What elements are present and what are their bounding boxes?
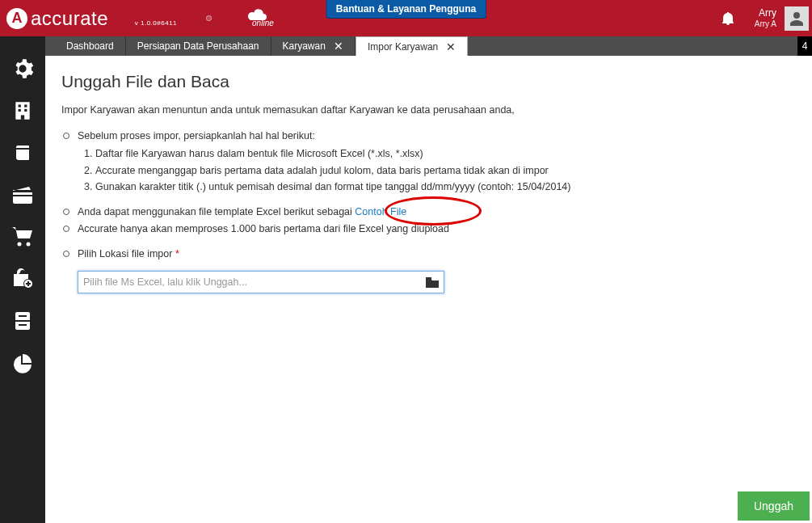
brand-edition: online bbox=[252, 19, 274, 27]
list-item: Anda dapat menggunakan file template Exc… bbox=[61, 205, 796, 220]
tab-impor-karyawan[interactable]: Impor Karyawan✕ bbox=[356, 36, 468, 56]
tab-bar: Dashboard Persiapan Data Perusahaan Kary… bbox=[45, 36, 812, 56]
svg-rect-3 bbox=[19, 109, 21, 112]
bell-icon bbox=[722, 12, 734, 25]
help-button[interactable]: Bantuan & Layanan Pengguna bbox=[326, 0, 486, 19]
list-item: Pilih Lokasi file impor * bbox=[61, 247, 796, 262]
file-input-placeholder: Pilih file Ms Excel, lalu klik Unggah... bbox=[83, 276, 247, 288]
cart-icon bbox=[11, 226, 34, 247]
svg-rect-1 bbox=[19, 104, 21, 107]
notifications-button[interactable] bbox=[708, 0, 748, 36]
file-input[interactable]: Pilih file Ms Excel, lalu klik Unggah... bbox=[78, 271, 444, 293]
svg-rect-15 bbox=[19, 324, 27, 326]
file-field-label: Pilih Lokasi file impor bbox=[78, 248, 175, 259]
page-title: Unggah File dan Baca bbox=[61, 72, 796, 91]
sidebar-item-shopping[interactable] bbox=[0, 258, 45, 300]
person-icon bbox=[789, 11, 805, 27]
tab-label: Impor Karyawan bbox=[368, 37, 438, 57]
tab-karyawan[interactable]: Karyawan✕ bbox=[271, 36, 356, 56]
template-pre-text: Anda dapat menggunakan file template Exc… bbox=[78, 206, 355, 217]
archive-icon bbox=[13, 310, 32, 331]
tab-label: Dashboard bbox=[66, 36, 114, 56]
svg-rect-4 bbox=[24, 109, 27, 112]
list-item: Accurate menganggap baris pertama data a… bbox=[95, 163, 796, 179]
svg-rect-7 bbox=[13, 195, 32, 196]
sidebar-item-archive[interactable] bbox=[0, 300, 45, 342]
tab-label: Karyawan bbox=[283, 36, 326, 56]
status-dot-icon bbox=[206, 15, 212, 21]
user-sub: Arry A bbox=[755, 19, 776, 29]
svg-rect-13 bbox=[19, 315, 27, 317]
required-mark: * bbox=[175, 248, 179, 259]
gear-icon bbox=[11, 57, 34, 80]
top-right: Arry Arry A bbox=[708, 0, 812, 36]
list-item: Gunakan karakter titik (.) untuk pemisah… bbox=[95, 179, 796, 195]
page-body: Unggah File dan Baca Impor Karyawan akan… bbox=[45, 56, 812, 523]
tab-label: Persiapan Data Perusahaan bbox=[137, 36, 259, 56]
contoh-file-link[interactable]: Contoh File bbox=[355, 206, 406, 217]
sidebar-item-cart[interactable] bbox=[0, 216, 45, 258]
avatar[interactable] bbox=[785, 6, 809, 31]
tab-counter[interactable]: 4 bbox=[797, 36, 812, 56]
list-item: Accurate hanya akan memproses 1.000 bari… bbox=[61, 221, 796, 237]
svg-rect-2 bbox=[24, 104, 27, 107]
bag-plus-icon bbox=[12, 268, 33, 289]
brand-version: v 1.0.0#6411 bbox=[135, 19, 177, 27]
svg-rect-6 bbox=[16, 148, 29, 150]
building-icon bbox=[12, 100, 33, 121]
pie-chart-icon bbox=[12, 352, 33, 373]
user-block[interactable]: Arry Arry A bbox=[748, 8, 783, 28]
brand-name: accurate bbox=[31, 7, 108, 30]
logo-area: A accurate online v 1.0.0#6411 bbox=[0, 0, 182, 36]
book-icon bbox=[13, 143, 32, 162]
sidebar bbox=[0, 36, 45, 523]
sidebar-item-wallet[interactable] bbox=[0, 174, 45, 216]
page-subtitle: Impor Karyawan akan menuntun anda untuk … bbox=[61, 104, 796, 116]
folder-icon[interactable] bbox=[426, 277, 439, 288]
svg-point-8 bbox=[18, 243, 22, 247]
svg-point-9 bbox=[27, 243, 31, 247]
list-item: Sebelum proses impor, persiapkanlah hal … bbox=[61, 129, 796, 195]
sidebar-item-book[interactable] bbox=[0, 132, 45, 174]
unggah-button[interactable]: Unggah bbox=[738, 491, 810, 521]
user-name: Arry bbox=[755, 8, 776, 19]
svg-point-0 bbox=[20, 66, 26, 72]
sidebar-item-company[interactable] bbox=[0, 90, 45, 132]
list-item: Daftar file Karyawan harus dalam bentuk … bbox=[95, 146, 796, 162]
svg-rect-5 bbox=[21, 115, 24, 119]
close-icon[interactable]: ✕ bbox=[446, 37, 456, 57]
sidebar-item-settings[interactable] bbox=[0, 48, 45, 90]
prep-intro: Sebelum proses impor, persiapkanlah hal … bbox=[78, 130, 315, 141]
wallet-icon bbox=[11, 186, 34, 204]
close-icon[interactable]: ✕ bbox=[334, 36, 343, 56]
sidebar-item-reports[interactable] bbox=[0, 342, 45, 384]
svg-rect-16 bbox=[426, 277, 431, 280]
svg-rect-14 bbox=[15, 320, 30, 322]
top-bar: A accurate online v 1.0.0#6411 Bantuan &… bbox=[0, 0, 812, 36]
logo-icon: A bbox=[6, 8, 27, 29]
tab-persiapan[interactable]: Persiapan Data Perusahaan bbox=[126, 36, 271, 56]
tab-dashboard[interactable]: Dashboard bbox=[55, 36, 126, 56]
content-area: Dashboard Persiapan Data Perusahaan Kary… bbox=[45, 36, 812, 523]
